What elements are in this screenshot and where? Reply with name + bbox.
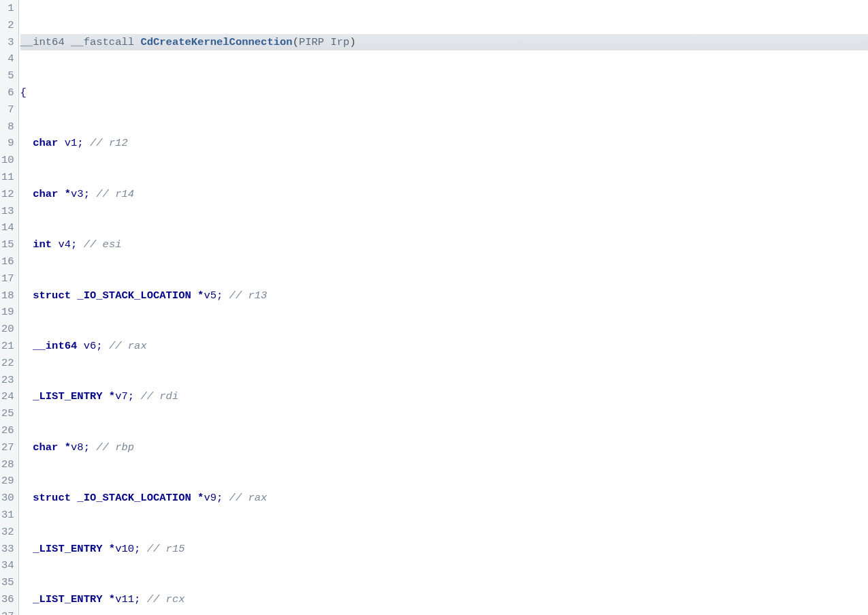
line-number: 20 <box>1 321 14 338</box>
line-number: 10 <box>1 152 14 169</box>
line-number: 24 <box>1 388 14 405</box>
decl-v3: char *v3; // r14 <box>20 186 868 203</box>
line-number: 19 <box>1 304 14 321</box>
line-number: 6 <box>1 84 14 101</box>
line-number: 12 <box>1 186 14 203</box>
line-number: 22 <box>1 355 14 372</box>
line-number: 16 <box>1 253 14 270</box>
decl-v4: int v4; // esi <box>20 236 868 253</box>
line-number: 29 <box>1 473 14 490</box>
line-number: 25 <box>1 405 14 422</box>
decl-v10: _LIST_ENTRY *v10; // r15 <box>20 541 868 558</box>
line-number: 26 <box>1 422 14 439</box>
line-number: 30 <box>1 490 14 507</box>
line-number: 13 <box>1 203 14 220</box>
line-number: 18 <box>1 287 14 304</box>
line-number: 4 <box>1 50 14 67</box>
line-number: 14 <box>1 219 14 236</box>
line-number: 7 <box>1 101 14 119</box>
code-editor[interactable]: 1234567891011121314151617181920212223242… <box>0 0 868 615</box>
line-number: 11 <box>1 169 14 186</box>
line-number: 33 <box>1 541 14 558</box>
line-number-gutter: 1234567891011121314151617181920212223242… <box>0 0 19 615</box>
decl-v11: _LIST_ENTRY *v11; // rcx <box>20 591 868 608</box>
brace-open: { <box>20 84 868 101</box>
line-number: 28 <box>1 456 14 473</box>
line-number: 1 <box>1 0 14 17</box>
line-number: 3 <box>1 34 14 51</box>
code-area[interactable]: __int64 __fastcall CdCreateKernelConnect… <box>19 0 868 615</box>
line-number: 15 <box>1 236 14 253</box>
decl-v1: char v1; // r12 <box>20 135 868 152</box>
line-number: 17 <box>1 270 14 287</box>
line-number: 27 <box>1 439 14 456</box>
line-number: 34 <box>1 557 14 574</box>
decl-v6: __int64 v6; // rax <box>20 338 868 355</box>
line-number: 8 <box>1 119 14 136</box>
line-number: 5 <box>1 67 14 84</box>
line-number: 32 <box>1 524 14 541</box>
line-number: 2 <box>1 17 14 34</box>
line-number: 36 <box>1 591 14 608</box>
line-number: 35 <box>1 574 14 591</box>
line-number: 9 <box>1 135 14 152</box>
line-number: 21 <box>1 338 14 355</box>
line-number: 37 <box>1 608 14 615</box>
decl-v9: struct _IO_STACK_LOCATION *v9; // rax <box>20 490 868 507</box>
line-number: 31 <box>1 507 14 524</box>
decl-v8: char *v8; // rbp <box>20 439 868 456</box>
decl-v5: struct _IO_STACK_LOCATION *v5; // r13 <box>20 287 868 304</box>
line-number: 23 <box>1 372 14 389</box>
function-signature: __int64 __fastcall CdCreateKernelConnect… <box>20 34 868 51</box>
decl-v7: _LIST_ENTRY *v7; // rdi <box>20 388 868 405</box>
